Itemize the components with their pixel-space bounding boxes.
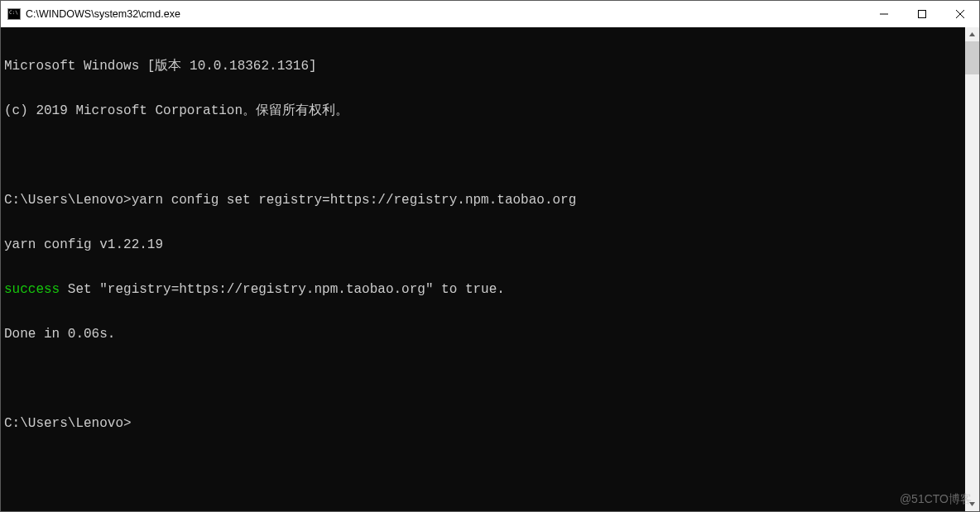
output-line: Done in 0.06s. — [4, 327, 962, 342]
terminal-output[interactable]: Microsoft Windows [版本 10.0.18362.1316] (… — [1, 27, 965, 511]
prompt-line: C:\Users\Lenovo> — [4, 416, 962, 431]
prompt: C:\Users\Lenovo> — [4, 193, 132, 208]
success-message: Set "registry=https://registry.npm.taoba… — [60, 282, 505, 297]
scroll-up-button[interactable] — [965, 27, 979, 41]
maximize-button[interactable] — [903, 1, 941, 27]
output-line: success Set "registry=https://registry.n… — [4, 282, 962, 297]
scroll-down-button[interactable] — [965, 497, 979, 511]
scroll-thumb[interactable] — [965, 41, 979, 74]
output-line: yarn config v1.22.19 — [4, 237, 962, 252]
blank-line — [4, 371, 962, 386]
svg-text:C:\: C:\ — [9, 9, 18, 15]
output-line: Microsoft Windows [版本 10.0.18362.1316] — [4, 59, 962, 74]
window-title: C:\WINDOWS\system32\cmd.exe — [26, 8, 865, 20]
command-line: C:\Users\Lenovo>yarn config set registry… — [4, 193, 962, 208]
cmd-window: C:\ C:\WINDOWS\system32\cmd.exe Microsof… — [0, 0, 980, 512]
success-label: success — [4, 282, 60, 297]
prompt: C:\Users\Lenovo> — [4, 416, 132, 431]
svg-marker-7 — [969, 502, 975, 506]
cmd-app-icon: C:\ — [7, 7, 21, 21]
typed-command: yarn config set registry=https://registr… — [132, 193, 577, 208]
vertical-scrollbar[interactable] — [965, 27, 979, 511]
titlebar[interactable]: C:\ C:\WINDOWS\system32\cmd.exe — [1, 1, 979, 27]
close-button[interactable] — [941, 1, 979, 27]
output-line: (c) 2019 Microsoft Corporation。保留所有权利。 — [4, 103, 962, 118]
svg-rect-3 — [919, 11, 926, 18]
window-controls — [865, 1, 979, 27]
client-area: Microsoft Windows [版本 10.0.18362.1316] (… — [1, 27, 979, 511]
minimize-button[interactable] — [865, 1, 903, 27]
blank-line — [4, 148, 962, 163]
svg-marker-6 — [969, 32, 975, 36]
